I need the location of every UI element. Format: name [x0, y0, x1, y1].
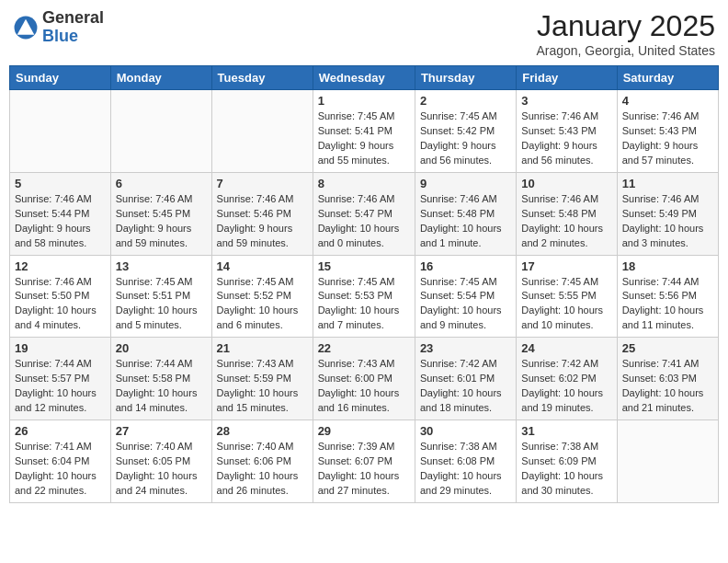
day-info: Sunrise: 7:46 AM Sunset: 5:43 PM Dayligh… [622, 109, 713, 168]
calendar-cell: 29Sunrise: 7:39 AM Sunset: 6:07 PM Dayli… [313, 420, 415, 503]
day-info: Sunrise: 7:46 AM Sunset: 5:48 PM Dayligh… [521, 192, 611, 251]
calendar-cell: 24Sunrise: 7:42 AM Sunset: 6:02 PM Dayli… [517, 338, 617, 420]
day-number: 4 [622, 94, 713, 108]
calendar-cell: 8Sunrise: 7:46 AM Sunset: 5:47 PM Daylig… [313, 172, 415, 255]
weekday-header-monday: Monday [110, 66, 211, 90]
calendar-cell: 16Sunrise: 7:45 AM Sunset: 5:54 PM Dayli… [415, 255, 516, 338]
month-title: January 2025 [536, 9, 715, 43]
day-info: Sunrise: 7:46 AM Sunset: 5:50 PM Dayligh… [15, 275, 106, 334]
calendar-cell: 7Sunrise: 7:46 AM Sunset: 5:46 PM Daylig… [211, 172, 313, 255]
day-info: Sunrise: 7:40 AM Sunset: 6:05 PM Dayligh… [116, 440, 207, 499]
calendar-cell: 11Sunrise: 7:46 AM Sunset: 5:49 PM Dayli… [617, 172, 718, 255]
day-number: 23 [420, 341, 511, 355]
calendar-cell: 18Sunrise: 7:44 AM Sunset: 5:56 PM Dayli… [617, 255, 718, 338]
day-info: Sunrise: 7:46 AM Sunset: 5:45 PM Dayligh… [116, 192, 207, 251]
calendar-cell: 21Sunrise: 7:43 AM Sunset: 5:59 PM Dayli… [211, 338, 313, 420]
weekday-header-tuesday: Tuesday [211, 66, 313, 90]
calendar-cell [617, 420, 718, 503]
day-info: Sunrise: 7:46 AM Sunset: 5:46 PM Dayligh… [217, 192, 308, 251]
logo-general: General [42, 8, 104, 27]
calendar-cell: 20Sunrise: 7:44 AM Sunset: 5:58 PM Dayli… [110, 338, 211, 420]
calendar-cell: 22Sunrise: 7:43 AM Sunset: 6:00 PM Dayli… [313, 338, 415, 420]
day-info: Sunrise: 7:46 AM Sunset: 5:49 PM Dayligh… [622, 192, 713, 251]
day-info: Sunrise: 7:45 AM Sunset: 5:52 PM Dayligh… [217, 275, 308, 334]
day-info: Sunrise: 7:43 AM Sunset: 6:00 PM Dayligh… [318, 357, 410, 416]
weekday-header-thursday: Thursday [415, 66, 516, 90]
calendar: SundayMondayTuesdayWednesdayThursdayFrid… [9, 65, 719, 503]
day-number: 26 [15, 424, 106, 438]
day-number: 7 [217, 177, 308, 190]
day-info: Sunrise: 7:45 AM Sunset: 5:51 PM Dayligh… [116, 275, 207, 334]
calendar-cell [10, 90, 111, 173]
weekday-header-wednesday: Wednesday [313, 66, 415, 90]
day-number: 30 [420, 424, 511, 438]
calendar-cell: 23Sunrise: 7:42 AM Sunset: 6:01 PM Dayli… [415, 338, 516, 420]
logo-icon [13, 15, 39, 40]
day-number: 19 [15, 341, 106, 355]
day-number: 11 [622, 177, 713, 190]
day-info: Sunrise: 7:46 AM Sunset: 5:44 PM Dayligh… [15, 192, 106, 251]
day-info: Sunrise: 7:45 AM Sunset: 5:41 PM Dayligh… [318, 109, 410, 168]
day-number: 28 [217, 424, 308, 438]
day-number: 16 [420, 259, 511, 273]
day-info: Sunrise: 7:45 AM Sunset: 5:53 PM Dayligh… [318, 275, 410, 334]
calendar-cell: 17Sunrise: 7:45 AM Sunset: 5:55 PM Dayli… [517, 255, 617, 338]
calendar-cell: 31Sunrise: 7:38 AM Sunset: 6:09 PM Dayli… [517, 420, 617, 503]
day-info: Sunrise: 7:46 AM Sunset: 5:47 PM Dayligh… [318, 192, 410, 251]
day-info: Sunrise: 7:45 AM Sunset: 5:55 PM Dayligh… [521, 275, 611, 334]
day-info: Sunrise: 7:42 AM Sunset: 6:02 PM Dayligh… [521, 357, 611, 416]
day-number: 24 [521, 341, 611, 355]
day-number: 5 [15, 177, 106, 190]
calendar-cell: 15Sunrise: 7:45 AM Sunset: 5:53 PM Dayli… [313, 255, 415, 338]
week-row-1: 1Sunrise: 7:45 AM Sunset: 5:41 PM Daylig… [10, 90, 719, 173]
day-info: Sunrise: 7:39 AM Sunset: 6:07 PM Dayligh… [318, 440, 410, 499]
week-row-5: 26Sunrise: 7:41 AM Sunset: 6:04 PM Dayli… [10, 420, 719, 503]
calendar-cell: 4Sunrise: 7:46 AM Sunset: 5:43 PM Daylig… [617, 90, 718, 173]
logo-text: General Blue [42, 9, 104, 46]
calendar-cell: 9Sunrise: 7:46 AM Sunset: 5:48 PM Daylig… [415, 172, 516, 255]
weekday-header-row: SundayMondayTuesdayWednesdayThursdayFrid… [10, 66, 719, 90]
day-info: Sunrise: 7:44 AM Sunset: 5:56 PM Dayligh… [622, 275, 713, 334]
calendar-cell: 5Sunrise: 7:46 AM Sunset: 5:44 PM Daylig… [10, 172, 111, 255]
day-number: 21 [217, 341, 308, 355]
calendar-cell: 3Sunrise: 7:46 AM Sunset: 5:43 PM Daylig… [517, 90, 617, 173]
calendar-cell [211, 90, 313, 173]
day-number: 1 [318, 94, 410, 108]
calendar-cell: 12Sunrise: 7:46 AM Sunset: 5:50 PM Dayli… [10, 255, 111, 338]
day-info: Sunrise: 7:40 AM Sunset: 6:06 PM Dayligh… [217, 440, 308, 499]
calendar-cell: 28Sunrise: 7:40 AM Sunset: 6:06 PM Dayli… [211, 420, 313, 503]
day-number: 14 [217, 259, 308, 273]
day-info: Sunrise: 7:41 AM Sunset: 6:04 PM Dayligh… [15, 440, 106, 499]
day-number: 8 [318, 177, 410, 190]
day-info: Sunrise: 7:42 AM Sunset: 6:01 PM Dayligh… [420, 357, 511, 416]
day-number: 9 [420, 177, 511, 190]
logo-blue: Blue [42, 27, 78, 45]
day-number: 2 [420, 94, 511, 108]
day-info: Sunrise: 7:45 AM Sunset: 5:54 PM Dayligh… [420, 275, 511, 334]
day-number: 20 [116, 341, 207, 355]
title-block: January 2025 Aragon, Georgia, United Sta… [536, 9, 715, 58]
day-info: Sunrise: 7:46 AM Sunset: 5:43 PM Dayligh… [521, 109, 611, 168]
calendar-cell: 13Sunrise: 7:45 AM Sunset: 5:51 PM Dayli… [110, 255, 211, 338]
day-info: Sunrise: 7:43 AM Sunset: 5:59 PM Dayligh… [217, 357, 308, 416]
day-info: Sunrise: 7:44 AM Sunset: 5:58 PM Dayligh… [116, 357, 207, 416]
header: General Blue January 2025 Aragon, Georgi… [9, 9, 719, 58]
calendar-cell: 19Sunrise: 7:44 AM Sunset: 5:57 PM Dayli… [10, 338, 111, 420]
calendar-cell: 1Sunrise: 7:45 AM Sunset: 5:41 PM Daylig… [313, 90, 415, 173]
week-row-2: 5Sunrise: 7:46 AM Sunset: 5:44 PM Daylig… [10, 172, 719, 255]
calendar-cell: 27Sunrise: 7:40 AM Sunset: 6:05 PM Dayli… [110, 420, 211, 503]
day-number: 13 [116, 259, 207, 273]
day-number: 10 [521, 177, 611, 190]
day-number: 15 [318, 259, 410, 273]
day-info: Sunrise: 7:38 AM Sunset: 6:09 PM Dayligh… [521, 440, 611, 499]
calendar-cell: 26Sunrise: 7:41 AM Sunset: 6:04 PM Dayli… [10, 420, 111, 503]
day-number: 25 [622, 341, 713, 355]
day-number: 22 [318, 341, 410, 355]
day-number: 27 [116, 424, 207, 438]
day-number: 31 [521, 424, 611, 438]
calendar-cell: 14Sunrise: 7:45 AM Sunset: 5:52 PM Dayli… [211, 255, 313, 338]
calendar-cell: 30Sunrise: 7:38 AM Sunset: 6:08 PM Dayli… [415, 420, 516, 503]
day-number: 17 [521, 259, 611, 273]
logo: General Blue [13, 9, 104, 46]
week-row-4: 19Sunrise: 7:44 AM Sunset: 5:57 PM Dayli… [10, 338, 719, 420]
